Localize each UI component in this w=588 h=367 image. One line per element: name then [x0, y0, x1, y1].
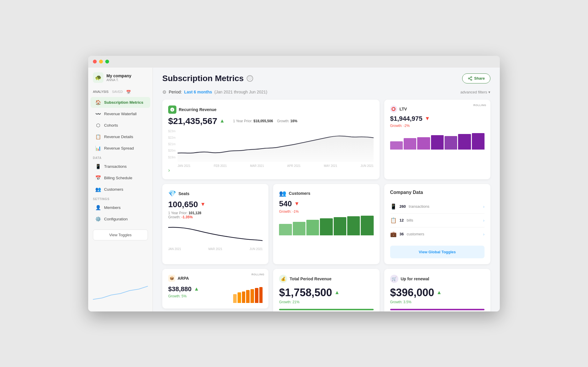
- company-data-label: Company Data: [390, 190, 423, 195]
- sidebar-item-subscription-metrics[interactable]: 🏠 Subscription Metrics: [91, 97, 150, 108]
- filter-bar: ⚙ Period: Last 6 months (Jan 2021 throug…: [153, 87, 500, 100]
- members-icon: 👤: [95, 205, 101, 210]
- sidebar-label-billing-schedule: Billing Schedule: [104, 176, 132, 180]
- transactions-label: transactions: [409, 204, 429, 209]
- bills-row-icon: 📋: [390, 217, 397, 224]
- transactions-row-icon: 📱: [390, 203, 397, 210]
- seats-value: 100,650 ▼: [168, 200, 263, 209]
- sidebar-item-members[interactable]: 👤 Members: [91, 202, 150, 213]
- share-button[interactable]: Share: [462, 73, 490, 83]
- advanced-filters[interactable]: advanced filters ▾: [460, 90, 490, 94]
- bills-row: 📋 12 bills ›: [390, 214, 485, 227]
- maximize-button[interactable]: [105, 60, 109, 63]
- page-title: Subscription Metrics: [162, 74, 244, 83]
- saved-tab[interactable]: SAVED: [112, 90, 123, 94]
- brand-icon: 🐢: [93, 72, 103, 83]
- svg-point-2: [471, 79, 472, 80]
- minimize-button[interactable]: [99, 60, 103, 63]
- sidebar-item-cohorts[interactable]: ⬡ Cohorts: [91, 120, 150, 131]
- arpa-icon: 📦: [168, 275, 175, 282]
- customers-bar-chart: [279, 215, 373, 235]
- renewal-progress-fill: [390, 309, 485, 310]
- recurring-revenue-label: Recurring Revenue: [179, 107, 216, 112]
- ltv-label: LTV: [400, 107, 407, 111]
- recurring-revenue-chart: $23m$22m$21m$20m$19m: [168, 130, 374, 165]
- close-button[interactable]: [93, 60, 97, 63]
- cohorts-icon: ⬡: [95, 123, 101, 128]
- revenue-line-chart: [178, 130, 374, 162]
- recurring-revenue-icon: [168, 105, 176, 114]
- content-grid: Recurring Revenue $21,435,567 ▲ 1 Year P…: [153, 100, 500, 311]
- svg-point-0: [471, 76, 472, 78]
- sidebar-item-revenue-spread[interactable]: 📊 Revenue Spread: [91, 143, 150, 154]
- view-global-toggles-button[interactable]: View Global Toggles: [390, 246, 485, 258]
- expand-icon[interactable]: ›: [168, 167, 170, 173]
- ltv-value: $1,944,975 ▼: [390, 115, 485, 123]
- sidebar-label-revenue-spread: Revenue Spread: [104, 146, 134, 150]
- settings-section-label: SETTINGS: [88, 195, 153, 202]
- arpa-growth: Growth: 5%: [168, 294, 230, 298]
- app-window: 🐢 My company ANNA T. ANALYSIS SAVED 📅 🏠 …: [88, 56, 500, 311]
- total-revenue-growth: Growth: 21%: [279, 300, 373, 304]
- waves-icon: 〰️: [95, 111, 101, 117]
- bills-label: bills: [407, 218, 413, 222]
- customers-data-chevron[interactable]: ›: [483, 232, 485, 237]
- arpa-grr-column: ROLLING 📦 ARPA $38,880 ▲: [162, 269, 268, 311]
- company-data-rows: 📱 260 transactions › 📋 12 bills ›: [390, 200, 485, 241]
- renewal-value: $396,000 ▲: [390, 286, 485, 299]
- arpa-card: ROLLING 📦 ARPA $38,880 ▲: [162, 269, 268, 309]
- transactions-count: 260: [400, 204, 406, 209]
- seats-card: 💎 Seats 100,650 ▼ 1 Year Prior: 101,128 …: [162, 184, 268, 264]
- sidebar-label-members: Members: [104, 205, 121, 210]
- svg-line-3: [470, 79, 471, 80]
- bills-chevron[interactable]: ›: [483, 218, 485, 223]
- bar: [246, 290, 250, 303]
- bar: [250, 289, 254, 303]
- sidebar-label-transactions: Transactions: [104, 164, 127, 169]
- arpa-rolling-badge: ROLLING: [251, 273, 264, 276]
- sidebar-item-billing-schedule[interactable]: 📅 Billing Schedule: [91, 172, 150, 183]
- sidebar-item-revenue-details[interactable]: 📋 Revenue Details: [91, 131, 150, 142]
- bar: [334, 217, 346, 235]
- arpa-value: $38,880 ▲: [168, 285, 230, 293]
- sidebar-label-configuration: Configuration: [104, 217, 128, 221]
- sidebar-item-configuration[interactable]: ⚙️ Configuration: [91, 214, 150, 224]
- calendar-icon[interactable]: 📅: [126, 90, 131, 94]
- seats-prior: 1 Year Prior: 101,128: [168, 211, 263, 215]
- seats-x-labels: JAN 2021MAR 2021JUN 2021: [168, 247, 263, 251]
- analysis-tab[interactable]: ANALYSIS: [93, 90, 108, 94]
- details-icon: 📋: [95, 134, 101, 140]
- trend-up-icon: ▲: [220, 118, 225, 124]
- customers-data-count: 36: [400, 232, 404, 236]
- customers-icon: 👥: [95, 187, 101, 192]
- renewal-icon: 🛒: [390, 275, 398, 283]
- config-icon: ⚙️: [95, 216, 101, 222]
- sidebar-label-revenue-details: Revenue Details: [104, 135, 133, 139]
- sidebar-item-transactions[interactable]: 📱 Transactions: [91, 161, 150, 172]
- bills-count: 12: [400, 218, 404, 222]
- sidebar-item-customers[interactable]: 👥 Customers: [91, 184, 150, 195]
- view-toggles-button[interactable]: View Toggles: [93, 229, 148, 240]
- period-label: Period:: [169, 90, 182, 94]
- y-axis-labels: $23m$22m$21m$20m$19m: [168, 130, 176, 159]
- x-axis-labels: JAN 2021FEB 2021MAR 2021APR 2021MAY 2021…: [178, 164, 374, 167]
- arpa-bar-chart: [233, 285, 263, 303]
- customers-trend-icon: ▼: [294, 201, 300, 207]
- company-data-card: Company Data 📱 260 transactions › 📋 12: [384, 184, 490, 264]
- bar: [233, 294, 237, 303]
- sidebar-item-revenue-waterfall[interactable]: 〰️ Revenue Waterfall: [91, 108, 150, 119]
- seats-chart: JAN 2021MAR 2021JUN 2021: [168, 222, 263, 251]
- svg-point-1: [468, 78, 470, 79]
- arpa-label: ARPA: [178, 276, 189, 281]
- recurring-revenue-card: Recurring Revenue $21,435,567 ▲ 1 Year P…: [162, 100, 380, 179]
- home-icon: 🏠: [95, 100, 101, 105]
- period-value[interactable]: Last 6 months: [184, 90, 212, 94]
- transactions-chevron[interactable]: ›: [483, 204, 485, 209]
- company-name: My company: [106, 73, 131, 78]
- customers-icon: 👥: [279, 190, 286, 197]
- bar: [255, 288, 258, 303]
- bar: [306, 220, 319, 235]
- info-icon[interactable]: ⓘ: [247, 75, 253, 82]
- transactions-icon: 📱: [95, 164, 101, 169]
- customers-growth: Growth: -1%: [279, 210, 373, 214]
